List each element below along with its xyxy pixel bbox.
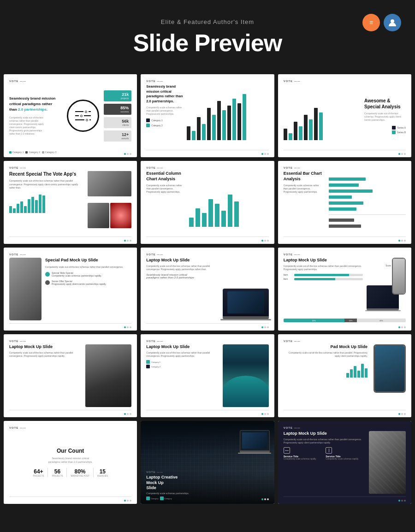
slide-4[interactable]: VOTE —— Recent Special The Vote App's Co… [4,161,137,244]
slide-1-stats: 21k projects 85% success 56k clients 12+… [104,90,131,142]
stat-80-label: Marketing Post [71,475,89,477]
slide-5-chart [189,171,268,234]
slide-12-text: Pad Mock Up Slide Competently scale out-… [284,344,368,407]
slide-6-inner: VOTE —— Essential Bar Chart Analysis Com… [278,161,411,244]
slide-9-devices: Score [367,258,406,311]
slide-10[interactable]: VOTE —— Laptop Mock Up Slide Competently… [4,334,137,417]
slide-2-chart [187,84,268,147]
slide-3-chart [284,84,361,147]
slide-12[interactable]: VOTE —— Pad Mock Up Slide Competently sc… [278,334,411,417]
user-icon [388,18,397,27]
top-icons-container: ≡ [362,14,401,31]
slide-11-title: Laptop Mock Up Slide [146,344,219,349]
slide-14-title: Laptop CreativeMock UpSlide [146,475,268,491]
orange-badge-icon: ≡ [362,14,380,31]
slide-9-inner: VOTE —— Laptop Mock Up Slide Competently… [278,248,411,331]
slide-8[interactable]: VOTE —— Laptop Mock Up Slide Competently… [141,248,274,331]
slide-13-content: Our Count Seamlessly brand mission criti… [9,431,131,494]
slide-7-item2: Senior Offer SpecialProgressively apply … [45,280,131,286]
slide-1-subtext: Competently scale out-of-the-boxschemas … [9,116,62,136]
slide-15-separator [284,497,406,497]
slide-4-inner: VOTE —— Recent Special The Vote App's Co… [4,161,137,244]
slide-2[interactable]: VOTE —— Seamlessly brand mission critica… [141,74,274,157]
slide-9-tag: VOTE —— [284,253,406,256]
stat-15: 15 [97,468,108,475]
slide-14-legend: Category Category [146,497,268,500]
slide-7-body: Competently scale out-of-the-box schemas… [45,266,131,269]
slide-10-text: Laptop Mock Up Slide Competently scale o… [9,344,82,407]
header-subtitle: Elite & Featured Author's Item [9,18,406,25]
slide-11-text: Laptop Mock Up Slide Competently scale o… [146,344,219,407]
slide-15-tag: VOTE —— [284,426,406,429]
slide-9-text: Laptop Mock Up Slide Competently scale o… [284,258,363,311]
slide-6[interactable]: VOTE —— Essential Bar Chart Analysis Com… [278,161,411,244]
slide-2-text-area: Seamlessly brand mission critical paradi… [146,84,183,147]
stat-80: 80% [71,468,89,475]
service-body-1: Competently scale schemas rapidly. [284,458,323,461]
slide-12-tablet [371,344,406,407]
slide-14[interactable]: VOTE —— Laptop CreativeMock UpSlide Comp… [141,421,274,504]
slide-4-left: Recent Special The Vote App's Competentl… [9,171,84,234]
slide-9[interactable]: VOTE —— Laptop Mock Up Slide Competently… [278,248,411,331]
service-icon-2 [326,447,332,454]
slide-6-tag: VOTE —— [284,166,406,169]
slide-7-item1: Special Slide SpecialCompetently scale s… [45,272,131,278]
slide-8-subtitle: Seamlessly brand mission criticalparadig… [146,273,219,279]
slide-2-tag: VOTE —— [146,80,268,83]
slide-15[interactable]: VOTE —— Laptop Mock Up Slide Competently… [278,421,411,504]
slide-3-title: Awesome & Special Analysis [364,98,406,110]
slide-2-inner: VOTE —— Seamlessly brand mission critica… [141,74,274,157]
slide-1[interactable]: VOTE —— Seamlessly brand missioncritical… [4,74,137,157]
slide-10-photo [85,344,131,407]
slide-15-dots [398,500,406,502]
slide-11[interactable]: VOTE —— Laptop Mock Up Slide Competently… [141,334,274,417]
slide-13[interactable]: VOTE —— Our Count Seamlessly brand missi… [4,421,137,504]
slide-1-tag: VOTE —— [9,80,131,83]
slide-10-inner: VOTE —— Laptop Mock Up Slide Competently… [4,334,137,417]
slide-4-title: Recent Special The Vote App's [9,171,84,177]
stat-64: 64+ [33,468,44,475]
blue-badge-icon [384,14,401,31]
slide-14-tag: VOTE —— [146,471,163,473]
slide-12-body: Competently scale out-of-the-box schemas… [284,351,368,358]
slide-7-tag: VOTE —— [9,253,131,256]
slide-11-body: Competently scale out-of-the-box schemas… [146,351,219,358]
slide-14-body: Competently scale schemas partnerships. [146,492,268,495]
slide-10-title: Laptop Mock Up Slide [9,344,82,349]
slide-13-stats: 64+ Projects 56 Projects 80% Marketing P… [33,468,108,477]
slide-1-title: Seamlessly brand missioncritical paradig… [9,96,56,112]
slide-13-tag: VOTE —— [9,426,131,429]
slides-grid: VOTE —— Seamlessly brand missioncritical… [0,71,415,513]
slide-10-body: Competently scale out-of-the-box schemas… [9,351,82,358]
slide-12-chart [284,361,368,378]
slide-2-body: Competently scale schemas rather than pa… [146,106,183,116]
slide-8-laptop [223,258,269,320]
slide-5-title: Essential Column Chart Analysis [146,171,185,182]
slide-9-stats: Item Item [284,273,363,280]
slide-15-photo [369,431,406,494]
slide-7-title: Special Pad Mock Up Slide [45,258,131,263]
slide-5-tag: VOTE —— [146,166,268,169]
slide-8-title: Laptop Mock Up Slide [146,258,219,262]
svg-point-0 [391,19,394,23]
page-header: ≡ Elite & Featured Author's Item Slide P… [0,0,415,71]
slide-14-laptop [240,430,270,454]
slide-5[interactable]: VOTE —— Essential Column Chart Analysis … [141,161,274,244]
slide-4-chart [9,192,84,213]
slide-7[interactable]: VOTE —— Special Pad Mock Up Slide Compet… [4,248,137,331]
slide-2-legend: Category 1 Category 2 [146,118,183,127]
slide-9-title: Laptop Mock Up Slide [284,258,363,262]
slide-14-inner: VOTE —— Laptop CreativeMock UpSlide Comp… [141,421,274,504]
header-title: Slide Preview [9,29,406,57]
slide-6-title: Essential Bar Chart Analysis [284,171,323,182]
slide-3-text-area: Awesome & Special Analysis Competently s… [364,84,406,147]
slide-15-services: Service Title Competently scale schemas … [284,447,365,461]
slide-8-inner: VOTE —— Laptop Mock Up Slide Competently… [141,248,274,331]
slide-15-title: Laptop Mock Up Slide [284,431,365,436]
slide-6-bars [326,171,406,234]
slide-3[interactable]: VOTE —— Awesome & Special Analysis Compe… [278,74,411,157]
service-icon-1 [284,447,290,454]
stat-64-label: Projects [33,475,44,477]
slide-5-text: Essential Column Chart Analysis Competen… [146,171,185,234]
slide-4-body: Competently scale out-of-the-box schemas… [9,179,84,190]
